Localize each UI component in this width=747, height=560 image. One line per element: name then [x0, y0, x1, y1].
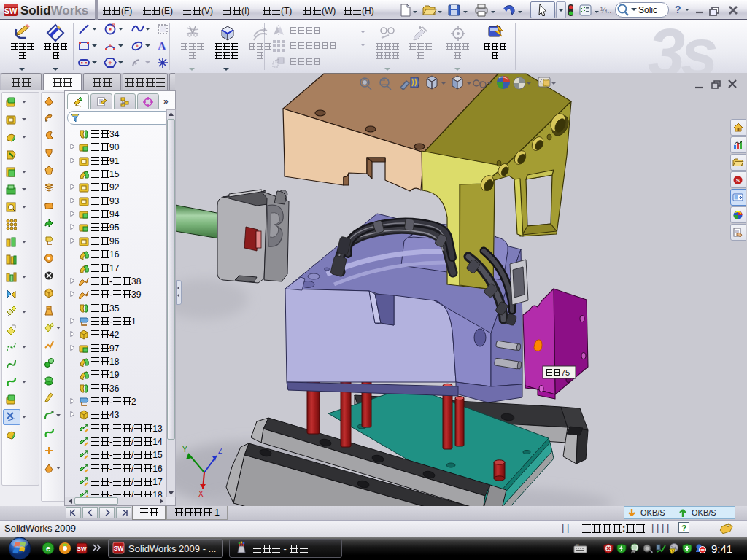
- svg-text:S: S: [736, 177, 740, 184]
- svg-text:SW: SW: [77, 545, 87, 552]
- svg-text:Y: Y: [182, 446, 187, 454]
- svg-text:SW: SW: [4, 7, 18, 15]
- svg-text:X: X: [198, 490, 204, 498]
- svg-text:A: A: [158, 40, 166, 52]
- svg-text:¼..: ¼..: [600, 6, 611, 15]
- svg-text:SW: SW: [114, 545, 125, 552]
- svg-text:Z: Z: [218, 447, 222, 455]
- svg-text:CH: CH: [576, 544, 578, 547]
- svg-text:Solic: Solic: [638, 5, 657, 15]
- svg-text:SolidWorks: SolidWorks: [20, 4, 88, 18]
- svg-text:e: e: [46, 544, 50, 553]
